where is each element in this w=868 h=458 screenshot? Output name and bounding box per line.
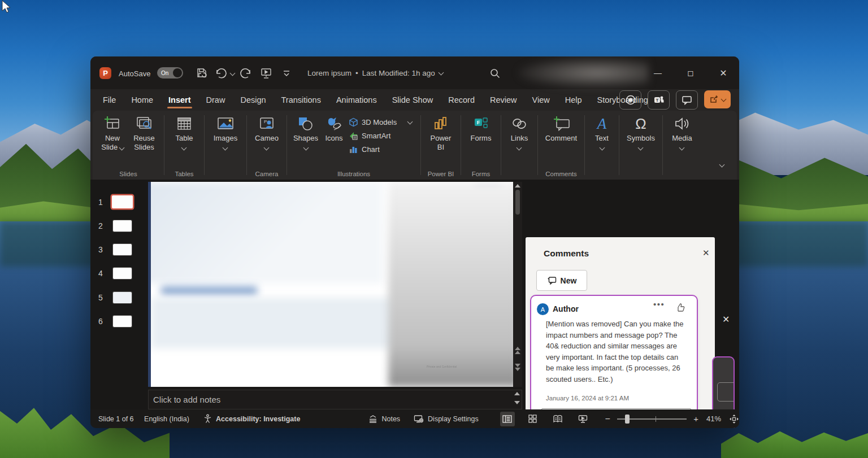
slide-thumbnail-5[interactable]	[113, 292, 132, 303]
tab-draw[interactable]: Draw	[206, 95, 225, 104]
reading-view-button[interactable]	[550, 412, 565, 426]
tab-record[interactable]: Record	[448, 95, 475, 104]
comments-pane-close-icon[interactable]: ✕	[702, 248, 710, 258]
slide-thumbnail-3[interactable]	[113, 244, 132, 255]
slide-thumbnail-2[interactable]	[113, 220, 132, 232]
last-modified: Last Modified: 1h ago	[362, 69, 435, 77]
slide-number: 1	[95, 198, 106, 207]
title-bar: P AutoSave On Lorem ipsum	[90, 56, 739, 89]
clipped-button[interactable]	[717, 382, 735, 402]
slide-thumbnail-1[interactable]	[112, 195, 133, 208]
tab-transitions[interactable]: Transitions	[281, 95, 321, 104]
svg-text:F: F	[477, 120, 480, 125]
slide-indicator[interactable]: Slide 1 of 6	[98, 415, 144, 423]
undo-icon[interactable]	[215, 68, 229, 79]
group-label-slides: Slides	[119, 168, 137, 180]
slide-thumbnail-row[interactable]: 1	[95, 195, 133, 208]
images-button[interactable]: Images	[210, 113, 241, 152]
slideshow-view-button[interactable]	[575, 412, 590, 426]
slide-canvas[interactable]: Private and Confidential	[151, 182, 513, 387]
slide-scrollbar[interactable]	[513, 182, 522, 387]
normal-view-button[interactable]	[500, 412, 515, 426]
slide-thumbnail-row[interactable]: 4	[95, 268, 132, 279]
tab-slide-show[interactable]: Slide Show	[392, 95, 433, 104]
3d-models-button[interactable]: 3D Models	[349, 117, 415, 127]
slide-sorter-view-button[interactable]	[525, 412, 540, 426]
tab-review[interactable]: Review	[490, 95, 517, 104]
zoom-in-button[interactable]: +	[693, 414, 698, 424]
symbols-button[interactable]: Ω Symbols	[624, 113, 657, 152]
reuse-slides-button[interactable]: Reuse Slides	[129, 113, 159, 152]
notes-scroll-down-icon[interactable]	[514, 401, 520, 404]
autosave-toggle[interactable]: On	[157, 67, 183, 78]
more-options-icon[interactable]: •••	[653, 299, 665, 309]
tab-design[interactable]: Design	[240, 95, 266, 104]
accessibility-label: Accessibility: Investigate	[216, 415, 300, 423]
group-label-forms: Forms	[472, 168, 491, 180]
slide-thumbnail-row[interactable]: 2	[95, 220, 132, 232]
document-title[interactable]: Lorem ipsum • Last Modified: 1h ago	[307, 69, 443, 77]
slide-thumbnail-6[interactable]	[113, 316, 132, 327]
teams-icon[interactable]: T	[648, 90, 670, 110]
notes-toggle[interactable]: Notes	[368, 415, 400, 423]
tab-file[interactable]: File	[103, 95, 116, 104]
zoom-out-button[interactable]: −	[605, 414, 610, 424]
table-button[interactable]: Table	[170, 113, 199, 152]
cameo-button[interactable]: P Cameo	[252, 113, 281, 152]
language-indicator[interactable]: English (India)	[144, 415, 203, 423]
icons-button[interactable]: Icons	[322, 113, 346, 143]
comments-toggle-button[interactable]	[676, 90, 698, 110]
minimize-button[interactable]: —	[645, 64, 670, 81]
redo-icon[interactable]	[238, 68, 252, 79]
slide-thumbnail-row[interactable]: 6	[95, 316, 132, 327]
accessibility-status[interactable]: Accessibility: Investigate	[203, 414, 300, 424]
power-bi-label-1: Power	[431, 134, 452, 142]
undo-dropdown-icon[interactable]	[230, 71, 236, 76]
scroll-up-icon[interactable]	[515, 184, 520, 187]
group-label-tables: Tables	[175, 168, 193, 180]
tab-help[interactable]: Help	[565, 95, 582, 104]
new-comment-button[interactable]: New	[536, 270, 587, 291]
fit-slide-button[interactable]	[729, 414, 739, 424]
previous-slide-button[interactable]	[515, 347, 520, 354]
links-button[interactable]: Links	[506, 113, 532, 152]
tab-home[interactable]: Home	[131, 95, 153, 104]
chart-button[interactable]: Chart	[349, 145, 415, 154]
maximize-button[interactable]: ◻	[678, 64, 703, 81]
tab-insert[interactable]: Insert	[168, 95, 191, 104]
save-icon[interactable]	[196, 67, 208, 79]
comment-card[interactable]: A Author ••• [Mention was removed] Can y…	[530, 295, 698, 428]
record-button[interactable]	[619, 90, 641, 110]
next-slide-button[interactable]	[515, 364, 520, 371]
scrollbar-thumb[interactable]	[515, 190, 520, 215]
notes-scroll-up-icon[interactable]	[514, 392, 520, 395]
slide-thumbnail-row[interactable]: 5	[95, 292, 132, 303]
media-button[interactable]: Media	[668, 113, 696, 152]
shapes-button[interactable]: Shapes	[292, 113, 319, 152]
share-button[interactable]	[704, 90, 731, 108]
start-slideshow-icon[interactable]	[260, 67, 272, 79]
notes-pane[interactable]: Click to add notes	[148, 390, 522, 409]
customize-toolbar-icon[interactable]	[283, 70, 290, 77]
text-button[interactable]: A Text	[590, 113, 614, 152]
search-icon[interactable]	[489, 68, 501, 79]
notes-scrollbar[interactable]	[514, 392, 520, 404]
slide-thumbnail-row[interactable]: 3	[95, 244, 132, 255]
comment-button[interactable]: Comment	[543, 113, 579, 143]
new-slide-button[interactable]: New Slide	[98, 113, 127, 152]
close-button[interactable]: ✕	[711, 64, 736, 81]
tab-animations[interactable]: Animations	[336, 95, 377, 104]
comments-pane-title: Comments	[544, 248, 589, 259]
tab-view[interactable]: View	[532, 95, 550, 104]
forms-button[interactable]: F Forms	[466, 113, 496, 143]
display-settings-button[interactable]: Display Settings	[414, 415, 479, 424]
side-close-icon[interactable]: ✕	[722, 314, 730, 325]
smartart-button[interactable]: SmartArt	[349, 131, 415, 141]
slide-thumbnail-4[interactable]	[113, 268, 132, 279]
power-bi-button[interactable]: Power BI	[426, 113, 455, 152]
like-icon[interactable]	[676, 303, 685, 312]
zoom-level[interactable]: 41%	[706, 415, 721, 423]
zoom-slider[interactable]	[617, 418, 687, 420]
slide-number: 6	[95, 317, 106, 326]
zoom-slider-thumb[interactable]	[625, 415, 630, 424]
